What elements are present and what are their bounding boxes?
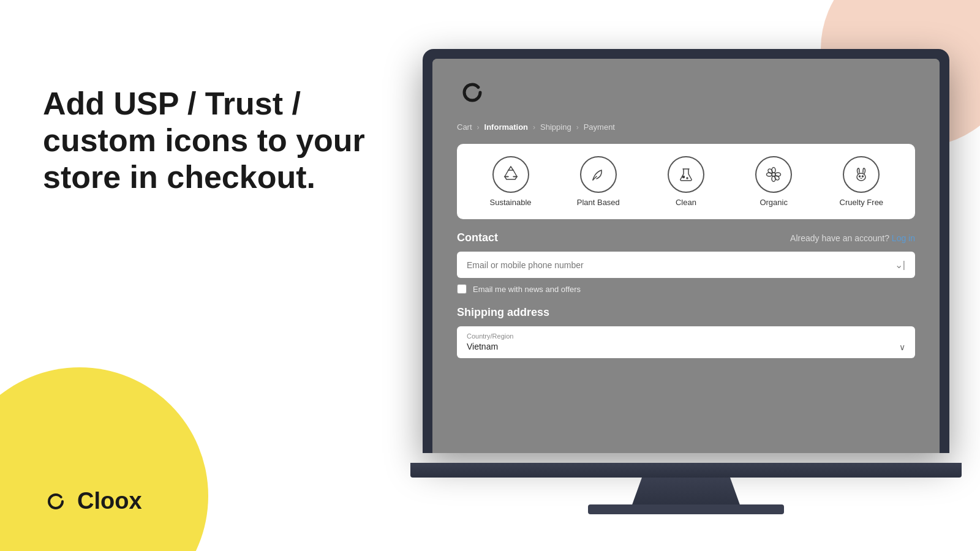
usp-label-organic: Organic [760, 198, 788, 207]
usp-icon-plant-based [580, 156, 617, 193]
newsletter-checkbox[interactable] [457, 284, 467, 294]
usp-icon-sustainable [492, 156, 529, 193]
usp-icon-organic [755, 156, 792, 193]
leaf-icon [588, 164, 609, 185]
login-link[interactable]: Log in [892, 233, 915, 243]
shipping-title: Shipping address [457, 306, 915, 319]
store-logo [457, 77, 915, 110]
recycle-icon [500, 164, 521, 185]
laptop-screen-inner: Cart › Information › Shipping › Payment [432, 59, 940, 453]
usp-item-plant-based: Plant Based [568, 156, 629, 207]
contact-title: Contact [457, 231, 498, 244]
laptop-screen-outer: Cart › Information › Shipping › Payment [423, 49, 949, 453]
laptop-wrapper: Cart › Information › Shipping › Payment [410, 49, 962, 527]
laptop-stand [631, 478, 741, 508]
usp-icon-cruelty-free [843, 156, 880, 193]
svg-point-11 [862, 176, 864, 177]
flask-icon [676, 164, 696, 185]
breadcrumb-sep-3: › [576, 123, 579, 132]
breadcrumb-sep-2: › [533, 123, 535, 132]
usp-label-clean: Clean [676, 198, 696, 207]
right-panel: Cart › Information › Shipping › Payment [392, 0, 980, 551]
brand-c-icon [43, 489, 69, 514]
svg-point-10 [859, 176, 861, 177]
breadcrumb-payment[interactable]: Payment [584, 122, 615, 132]
email-input[interactable] [467, 260, 895, 270]
country-select-content: Country/Region Vietnam [467, 332, 513, 352]
chevron-down-icon: ∨ [899, 342, 905, 352]
email-field-container[interactable]: ⌄| [457, 252, 915, 278]
usp-item-sustainable: Sustainable [480, 156, 541, 207]
country-label: Country/Region [467, 332, 513, 340]
usp-label-sustainable: Sustainable [490, 198, 532, 207]
usp-bar: Sustainable Plant Based [457, 144, 915, 219]
breadcrumb-shipping[interactable]: Shipping [540, 122, 571, 132]
rabbit-icon [851, 164, 872, 185]
hero-heading: Add USP / Trust / custom icons to your s… [43, 86, 374, 195]
usp-item-cruelty-free: Cruelty Free [831, 156, 892, 207]
checkout-ui: Cart › Information › Shipping › Payment [432, 59, 940, 453]
laptop-base [410, 463, 962, 478]
newsletter-label: Email me with news and offers [473, 285, 581, 294]
hero-section: Add USP / Trust / custom icons to your s… [43, 86, 374, 195]
country-value: Vietnam [467, 342, 498, 351]
usp-label-cruelty-free: Cruelty Free [840, 198, 884, 207]
brand-footer: Cloox [43, 488, 374, 514]
store-logo-icon [457, 77, 488, 108]
svg-point-9 [857, 173, 865, 181]
usp-icon-clean [668, 156, 704, 193]
country-select[interactable]: Country/Region Vietnam ∨ [457, 326, 915, 358]
breadcrumb: Cart › Information › Shipping › Payment [457, 122, 915, 132]
flower-icon [763, 164, 784, 185]
contact-section-header: Contact Already have an account? Log in [457, 231, 915, 244]
breadcrumb-information: Information [484, 122, 529, 132]
svg-point-0 [682, 176, 684, 178]
newsletter-checkbox-row: Email me with news and offers [457, 284, 915, 294]
svg-point-1 [687, 178, 688, 179]
usp-item-clean: Clean [655, 156, 717, 207]
breadcrumb-sep-1: › [477, 123, 480, 132]
brand-name-text: Cloox [77, 488, 142, 514]
usp-label-plant-based: Plant Based [577, 198, 620, 207]
field-icon: ⌄| [895, 259, 905, 271]
login-text: Already have an account? Log in [790, 233, 915, 243]
usp-item-organic: Organic [743, 156, 804, 207]
left-panel: Add USP / Trust / custom icons to your s… [0, 0, 417, 551]
laptop-foot [588, 504, 784, 514]
breadcrumb-cart[interactable]: Cart [457, 122, 472, 132]
